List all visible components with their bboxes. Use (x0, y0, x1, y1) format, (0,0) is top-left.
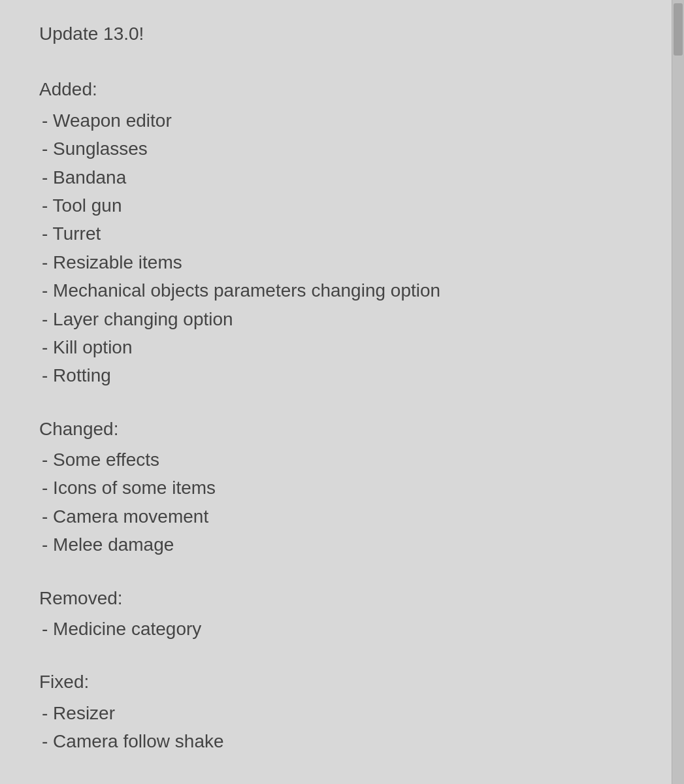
list-item: - Melee damage (39, 531, 632, 559)
list-item: - Resizer (39, 699, 632, 727)
list-item: - Bandana (39, 163, 632, 191)
list-item: - Some effects (39, 446, 632, 474)
list-item: - Mechanical objects parameters changing… (39, 276, 632, 304)
list-item: - Camera movement (39, 502, 632, 531)
content: Update 13.0! Added: - Weapon editor - Su… (39, 20, 645, 756)
list-item: - Kill option (39, 333, 632, 361)
section-changed-heading: Changed: (39, 415, 632, 443)
list-item: - Camera follow shake (39, 727, 632, 755)
list-item: - Turret (39, 220, 632, 248)
page-title: Update 13.0! (39, 20, 632, 48)
section-added-heading: Added: (39, 75, 632, 103)
list-item: - Medicine category (39, 615, 632, 643)
section-removed-heading: Removed: (39, 584, 632, 612)
list-item: - Rotting (39, 361, 632, 389)
list-item: - Layer changing option (39, 305, 632, 333)
list-item: - Resizable items (39, 248, 632, 276)
list-item: - Tool gun (39, 191, 632, 220)
list-item: - Sunglasses (39, 135, 632, 163)
list-item: - Weapon editor (39, 106, 632, 135)
page-container: Update 13.0! Added: - Weapon editor - Su… (0, 0, 684, 784)
section-fixed-heading: Fixed: (39, 668, 632, 696)
list-item: - Icons of some items (39, 474, 632, 502)
scrollbar-thumb[interactable] (674, 3, 683, 56)
